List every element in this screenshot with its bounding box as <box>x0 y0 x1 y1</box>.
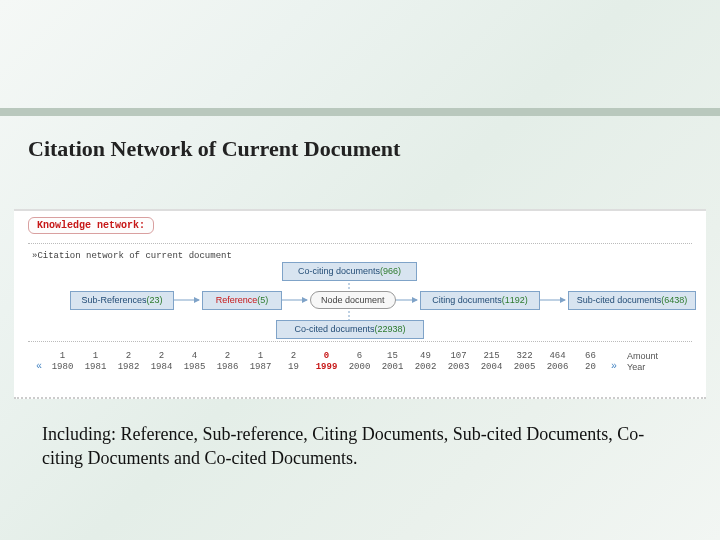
description-text: Including: Reference, Sub-reference, Cit… <box>42 422 652 471</box>
timeline-year-cell[interactable]: 2004 <box>475 362 508 372</box>
timeline-amount-cell: 322 <box>508 351 541 361</box>
timeline-year-cell[interactable]: 20 <box>574 362 607 372</box>
timeline-year-cell[interactable]: 1981 <box>79 362 112 372</box>
year-label: Year <box>627 362 645 372</box>
timeline-year-cell[interactable]: 1987 <box>244 362 277 372</box>
page-title: Citation Network of Current Document <box>28 136 400 162</box>
timeline-year-row: « 19801981198219841985198619871919992000… <box>32 361 688 372</box>
citation-network-panel: Knowledge network: »Citation network of … <box>14 209 706 399</box>
box-label: Co-cited documents <box>294 324 374 334</box>
box-count: (966) <box>380 266 401 276</box>
box-label: Citing documents <box>432 295 502 305</box>
timeline-year-cell[interactable]: 1985 <box>178 362 211 372</box>
box-label: Reference <box>216 295 258 305</box>
box-citing[interactable]: Citing documents(1192) <box>420 291 540 310</box>
timeline-amount-cell: 4 <box>178 351 211 361</box>
box-count: (23) <box>147 295 163 305</box>
timeline-year-cell[interactable]: 2006 <box>541 362 574 372</box>
box-count: (5) <box>257 295 268 305</box>
citation-diagram: Sub-References(23) Reference(5) Node doc… <box>14 261 706 339</box>
timeline-amount-cell: 2 <box>145 351 178 361</box>
rule-top <box>28 243 692 244</box>
timeline-year-cell[interactable]: 19 <box>277 362 310 372</box>
timeline-next-icon[interactable]: » <box>607 361 621 372</box>
box-sub-cited[interactable]: Sub-cited documents(6438) <box>568 291 696 310</box>
timeline-amount-cell: 15 <box>376 351 409 361</box>
box-count: (22938) <box>375 324 406 334</box>
box-label: Co-citing documents <box>298 266 380 276</box>
amount-label: Amount <box>627 351 658 361</box>
timeline-year-cell[interactable]: 2005 <box>508 362 541 372</box>
timeline-year-cell[interactable]: 2003 <box>442 362 475 372</box>
timeline-year-cell[interactable]: 1986 <box>211 362 244 372</box>
timeline-year-cell[interactable]: 1999 <box>310 362 343 372</box>
timeline-year-cell[interactable]: 1982 <box>112 362 145 372</box>
timeline-amount-row: 1122421206154910721532246466 Amount <box>32 351 688 361</box>
timeline-amount-cell: 2 <box>277 351 310 361</box>
timeline-amount-cell: 464 <box>541 351 574 361</box>
timeline-amount-cell: 2 <box>211 351 244 361</box>
box-label: Sub-cited documents <box>577 295 662 305</box>
timeline-year-cell[interactable]: 2000 <box>343 362 376 372</box>
timeline-amount-cell: 1 <box>79 351 112 361</box>
timeline-year-cell[interactable]: 1980 <box>46 362 79 372</box>
timeline-amount-cell: 2 <box>112 351 145 361</box>
timeline-year-cell[interactable]: 2001 <box>376 362 409 372</box>
box-co-citing[interactable]: Co-citing documents(966) <box>282 262 417 281</box>
node-label: Node document <box>321 295 385 305</box>
node-document[interactable]: Node document <box>310 291 396 309</box>
header-divider <box>0 108 720 116</box>
knowledge-network-tag: Knowledge network: <box>28 217 154 234</box>
timeline-amount-cell: 49 <box>409 351 442 361</box>
box-sub-references[interactable]: Sub-References(23) <box>70 291 174 310</box>
timeline-year-cell[interactable]: 1984 <box>145 362 178 372</box>
box-label: Sub-References <box>81 295 146 305</box>
timeline-amount-cell: 6 <box>343 351 376 361</box>
timeline-amount-cell: 1 <box>244 351 277 361</box>
box-reference[interactable]: Reference(5) <box>202 291 282 310</box>
rule-mid <box>28 341 692 342</box>
timeline-prev-icon[interactable]: « <box>32 361 46 372</box>
timeline-amount-cell: 107 <box>442 351 475 361</box>
panel-subheader: »Citation network of current document <box>32 251 232 261</box>
timeline: 1122421206154910721532246466 Amount « 19… <box>32 351 688 372</box>
box-co-cited[interactable]: Co-cited documents(22938) <box>276 320 424 339</box>
box-count: (1192) <box>502 295 528 305</box>
timeline-year-cell[interactable]: 2002 <box>409 362 442 372</box>
box-count: (6438) <box>661 295 687 305</box>
timeline-amount-cell: 1 <box>46 351 79 361</box>
timeline-amount-cell: 66 <box>574 351 607 361</box>
timeline-amount-cell: 0 <box>310 351 343 361</box>
timeline-amount-cell: 215 <box>475 351 508 361</box>
